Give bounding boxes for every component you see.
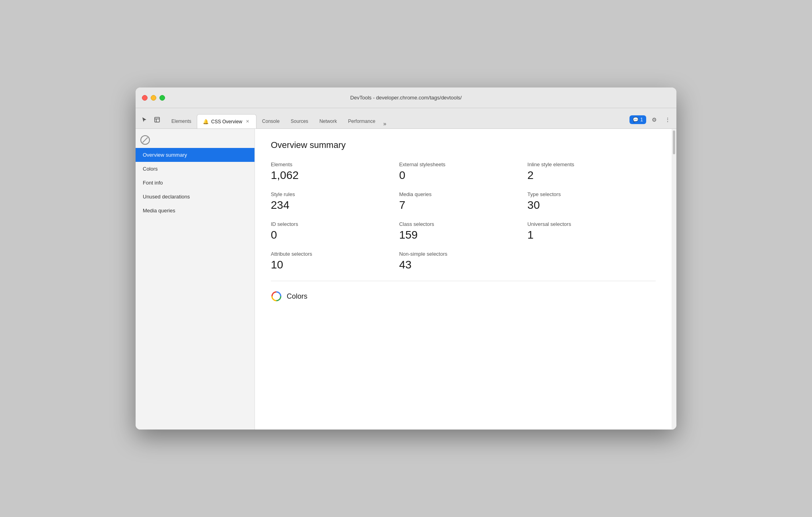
- devtools-body: Overview summary Colors Font info Unused…: [136, 129, 676, 430]
- more-tabs-button[interactable]: »: [381, 119, 389, 128]
- page-title: Overview summary: [271, 140, 656, 150]
- stat-attribute-selectors-label: Attribute selectors: [271, 251, 399, 257]
- stat-elements: Elements 1,062: [271, 161, 399, 182]
- chat-icon: 💬: [633, 117, 639, 122]
- title-bar: DevTools - developer.chrome.com/tags/dev…: [136, 87, 676, 108]
- tab-bar: Elements 🔔 CSS Overview ✕ Console Source…: [136, 108, 676, 129]
- close-tab-button[interactable]: ✕: [245, 119, 251, 124]
- stat-non-simple-selectors: Non-simple selectors 43: [399, 251, 528, 271]
- stat-class-selectors: Class selectors 159: [399, 221, 528, 241]
- stat-media-queries-label: Media queries: [399, 191, 528, 197]
- sidebar-item-media-queries[interactable]: Media queries: [136, 204, 254, 218]
- tab-sources[interactable]: Sources: [285, 114, 314, 128]
- colors-section-title: Colors: [287, 292, 307, 301]
- stat-style-rules-value: 234: [271, 199, 399, 212]
- stat-attribute-selectors-value: 10: [271, 258, 399, 271]
- main-content: Overview summary Elements 1,062 External…: [255, 129, 676, 430]
- more-options-button[interactable]: ⋮: [662, 114, 673, 125]
- stat-universal-selectors: Universal selectors 1: [527, 221, 656, 241]
- minimize-button[interactable]: [151, 95, 156, 101]
- sidebar: Overview summary Colors Font info Unused…: [136, 129, 255, 430]
- traffic-lights: [142, 95, 165, 101]
- stat-universal-selectors-label: Universal selectors: [527, 221, 656, 227]
- ellipsis-icon: ⋮: [665, 117, 670, 123]
- stat-elements-value: 1,062: [271, 169, 399, 182]
- stat-type-selectors-label: Type selectors: [527, 191, 656, 197]
- notification-button[interactable]: 💬 1: [629, 115, 646, 124]
- stat-non-simple-selectors-value: 43: [399, 258, 528, 271]
- sidebar-item-unused-declarations[interactable]: Unused declarations: [136, 190, 254, 204]
- stat-inline-style-elements-label: Inline style elements: [527, 161, 656, 167]
- stat-class-selectors-label: Class selectors: [399, 221, 528, 227]
- sidebar-item-font-info[interactable]: Font info: [136, 176, 254, 190]
- stats-grid: Elements 1,062 External stylesheets 0 In…: [271, 161, 656, 271]
- tab-elements[interactable]: Elements: [166, 114, 197, 128]
- stat-id-selectors: ID selectors 0: [271, 221, 399, 241]
- stat-type-selectors: Type selectors 30: [527, 191, 656, 212]
- stat-inline-style-elements-value: 2: [527, 169, 656, 182]
- fullscreen-button[interactable]: [159, 95, 165, 101]
- sidebar-top: [136, 132, 254, 148]
- stat-attribute-selectors: Attribute selectors 10: [271, 251, 399, 271]
- stat-inline-style-elements: Inline style elements 2: [527, 161, 656, 182]
- stat-id-selectors-value: 0: [271, 229, 399, 241]
- stat-media-queries: Media queries 7: [399, 191, 528, 212]
- window-title: DevTools - developer.chrome.com/tags/dev…: [350, 95, 462, 101]
- forbidden-icon: [140, 135, 150, 145]
- stat-media-queries-value: 7: [399, 199, 528, 212]
- css-overview-icon: 🔔: [203, 119, 209, 124]
- stat-class-selectors-value: 159: [399, 229, 528, 241]
- stat-elements-label: Elements: [271, 161, 399, 167]
- scrollbar-thumb[interactable]: [673, 130, 675, 154]
- sidebar-item-colors[interactable]: Colors: [136, 162, 254, 176]
- stat-type-selectors-value: 30: [527, 199, 656, 212]
- stat-universal-selectors-value: 1: [527, 229, 656, 241]
- tab-network[interactable]: Network: [314, 114, 342, 128]
- tab-console[interactable]: Console: [256, 114, 285, 128]
- tabs-list: Elements 🔔 CSS Overview ✕ Console Source…: [166, 114, 629, 128]
- stat-external-stylesheets-value: 0: [399, 169, 528, 182]
- content-area: Overview summary Elements 1,062 External…: [255, 129, 676, 313]
- gear-icon: ⚙: [652, 117, 657, 123]
- scrollbar-track[interactable]: [672, 129, 676, 430]
- section-divider: [271, 281, 656, 281]
- tab-css-overview[interactable]: 🔔 CSS Overview ✕: [197, 114, 256, 128]
- stat-non-simple-selectors-label: Non-simple selectors: [399, 251, 528, 257]
- svg-rect-0: [155, 117, 159, 122]
- colors-section: Colors: [271, 291, 656, 302]
- cursor-icon[interactable]: [139, 114, 150, 125]
- stat-external-stylesheets: External stylesheets 0: [399, 161, 528, 182]
- close-button[interactable]: [142, 95, 148, 101]
- stat-external-stylesheets-label: External stylesheets: [399, 161, 528, 167]
- toolbar-right: 💬 1 ⚙ ⋮: [629, 114, 673, 128]
- stat-style-rules-label: Style rules: [271, 191, 399, 197]
- toolbar-left: [139, 114, 163, 128]
- sidebar-item-overview-summary[interactable]: Overview summary: [136, 148, 254, 162]
- stat-style-rules: Style rules 234: [271, 191, 399, 212]
- inspect-icon[interactable]: [152, 114, 163, 125]
- stat-id-selectors-label: ID selectors: [271, 221, 399, 227]
- colors-ring-icon: [271, 291, 282, 302]
- tab-performance[interactable]: Performance: [342, 114, 381, 128]
- devtools-window: DevTools - developer.chrome.com/tags/dev…: [136, 87, 676, 430]
- settings-button[interactable]: ⚙: [649, 114, 660, 125]
